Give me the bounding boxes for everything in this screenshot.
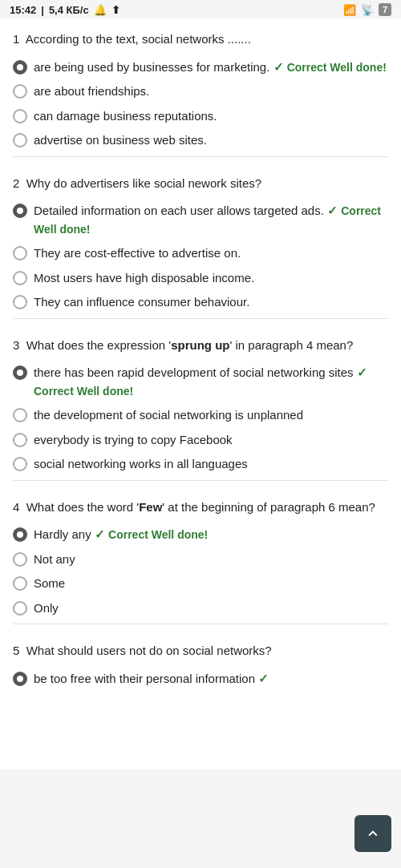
radio-q3-o4[interactable]	[13, 457, 27, 471]
divider-2	[13, 318, 388, 319]
option-text-q4-o3: Some	[34, 575, 65, 593]
option-text-q4-o4: Only	[34, 600, 59, 618]
radio-q3-o1[interactable]	[13, 365, 27, 380]
option-text-q4-o1: Hardly any ✓ Correct Well done!	[34, 526, 208, 544]
divider-4	[13, 624, 388, 624]
option-row-q4-o1[interactable]: Hardly any ✓ Correct Well done!	[13, 526, 388, 544]
divider-1	[13, 156, 388, 157]
question-block-2: 2 Why do advertisers like social nework …	[13, 175, 388, 319]
option-text-q1-o3: can damage business reputations.	[34, 107, 217, 126]
option-row-q5-o1[interactable]: be too free with their personal informat…	[13, 670, 388, 688]
upload-icon: ⬆	[111, 4, 120, 16]
chevron-up-icon	[364, 825, 382, 842]
question-text-2: 2 Why do advertisers like social nework …	[13, 175, 388, 193]
option-text-q3-o2: the development of social networking is …	[34, 406, 303, 425]
correct-label-q3: Correct Well done!	[34, 385, 133, 398]
correct-label-q1: Correct Well done!	[287, 61, 387, 74]
option-text-q5-o1: be too free with their personal informat…	[34, 670, 269, 688]
option-text-q3-o3: everybody is trying to copy Facebook	[34, 431, 233, 450]
option-row-q2-o4[interactable]: They can influence consumer behaviour.	[13, 293, 388, 312]
option-row-q1-o2[interactable]: are about friendships.	[13, 83, 388, 101]
signal-icon: 📶	[343, 4, 356, 16]
network-info: 5,4 КБ/с	[49, 4, 89, 16]
option-row-q1-o3[interactable]: can damage business reputations.	[13, 107, 388, 126]
radio-q4-o2[interactable]	[13, 552, 27, 567]
question-block-5: 5 What should users not do on social net…	[13, 642, 388, 688]
correct-check-q3: ✓	[357, 365, 367, 379]
option-row-q2-o2[interactable]: They are cost-effective to advertise on.	[13, 244, 388, 263]
option-text-q2-o3: Most users have high disposable income.	[34, 269, 254, 288]
option-row-q1-o4[interactable]: advertise on business web sites.	[13, 131, 388, 150]
radio-q4-o4[interactable]	[13, 601, 27, 616]
radio-q3-o2[interactable]	[13, 408, 27, 422]
status-left: 15:42 | 5,4 КБ/с 🔔 ⬆	[10, 4, 120, 16]
radio-q3-o3[interactable]	[13, 433, 27, 447]
option-text-q2-o4: They can influence consumer behaviour.	[34, 293, 249, 312]
option-row-q1-o1[interactable]: are being used by businesses for marketi…	[13, 59, 388, 77]
option-text-q4-o2: Not any	[34, 551, 75, 569]
radio-q1-o2[interactable]	[13, 84, 27, 99]
option-text-q1-o4: advertise on business web sites.	[34, 131, 207, 150]
option-row-q3-o4[interactable]: social networking works in all languages	[13, 455, 388, 474]
option-text-q1-o2: are about friendships.	[34, 83, 149, 101]
option-text-q3-o4: social networking works in all languages	[34, 455, 248, 474]
option-row-q3-o2[interactable]: the development of social networking is …	[13, 406, 388, 425]
time: 15:42	[10, 4, 36, 16]
question-block-1: 1 According to the text, social networks…	[13, 30, 388, 157]
option-row-q4-o3[interactable]: Some	[13, 575, 388, 593]
option-text-q3-o1: there has been rapid development of soci…	[34, 364, 388, 400]
notification-icon: 🔔	[94, 4, 107, 16]
radio-q5-o1[interactable]	[13, 672, 27, 686]
radio-q1-o3[interactable]	[13, 109, 27, 123]
radio-q1-o1[interactable]	[13, 60, 27, 75]
battery: 7	[379, 3, 391, 16]
question-block-4: 4 What does the word 'Few' at the beginn…	[13, 499, 388, 625]
question-block-3: 3 What does the expression 'sprung up' i…	[13, 337, 388, 481]
option-row-q4-o4[interactable]: Only	[13, 600, 388, 618]
quiz-content: 1 According to the text, social networks…	[0, 19, 401, 769]
option-text-q1-o1: are being used by businesses for marketi…	[34, 59, 387, 77]
status-bar: 15:42 | 5,4 КБ/с 🔔 ⬆ 📶 📡 7	[0, 0, 401, 19]
radio-q2-o4[interactable]	[13, 295, 27, 309]
correct-check-q4: ✓	[95, 527, 105, 541]
option-text-q2-o1: Detailed information on each user allows…	[34, 202, 388, 238]
status-right: 📶 📡 7	[343, 3, 391, 16]
radio-q2-o1[interactable]	[13, 204, 27, 218]
option-row-q2-o1[interactable]: Detailed information on each user allows…	[13, 202, 388, 238]
correct-check-q1: ✓	[273, 60, 284, 74]
scroll-top-button[interactable]	[354, 815, 391, 852]
radio-q2-o3[interactable]	[13, 271, 27, 285]
option-row-q4-o2[interactable]: Not any	[13, 551, 388, 569]
option-row-q3-o3[interactable]: everybody is trying to copy Facebook	[13, 431, 388, 450]
radio-q4-o1[interactable]	[13, 527, 27, 542]
question-text-1: 1 According to the text, social networks…	[13, 30, 388, 49]
radio-q4-o3[interactable]	[13, 576, 27, 591]
correct-check-q2: ✓	[327, 204, 338, 217]
option-row-q2-o3[interactable]: Most users have high disposable income.	[13, 269, 388, 288]
wifi-icon: 📡	[361, 4, 374, 16]
option-text-q2-o2: They are cost-effective to advertise on.	[34, 244, 241, 263]
question-text-3: 3 What does the expression 'sprung up' i…	[13, 337, 388, 355]
data-speed: |	[41, 4, 44, 16]
option-row-q3-o1[interactable]: there has been rapid development of soci…	[13, 364, 388, 400]
radio-q2-o2[interactable]	[13, 246, 27, 260]
divider-3	[13, 480, 388, 481]
radio-q1-o4[interactable]	[13, 133, 27, 147]
question-text-4: 4 What does the word 'Few' at the beginn…	[13, 499, 388, 517]
question-text-5: 5 What should users not do on social net…	[13, 642, 388, 660]
correct-label-q4: Correct Well done!	[108, 528, 208, 541]
correct-check-q5: ✓	[258, 672, 269, 685]
